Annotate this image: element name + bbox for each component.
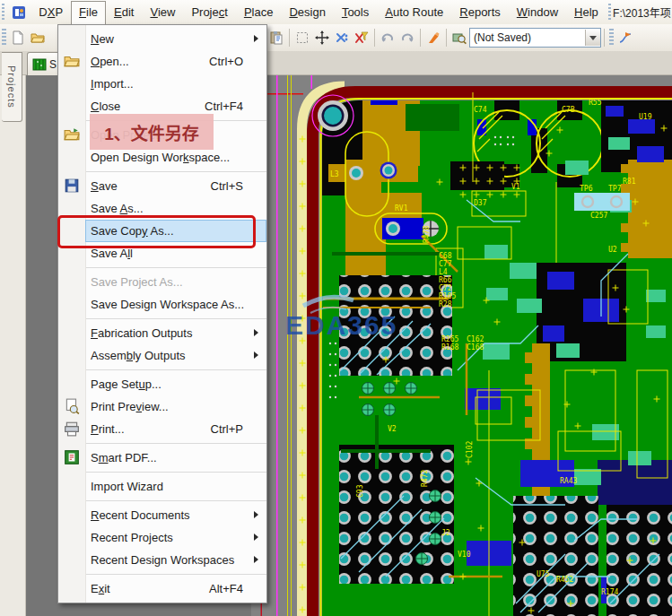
menu-item-assembly-outputs[interactable]: Assembly Outputs [58, 344, 266, 367]
dxp-logo-icon[interactable] [12, 5, 26, 20]
open-document-icon[interactable] [28, 28, 48, 48]
toolbar-grip[interactable] [609, 29, 614, 47]
component-pad [628, 451, 651, 465]
menubar-item-help[interactable]: Help [566, 2, 607, 22]
document-tab-label: S [49, 58, 57, 71]
color-brush-icon[interactable] [423, 28, 443, 48]
menu-item-save-design-workspace-as[interactable]: Save Design Workspace As... [58, 293, 266, 316]
component-pad [484, 245, 508, 259]
pcb-label: D37 [474, 199, 487, 207]
menu-item-recent-documents[interactable]: Recent Documents [58, 504, 266, 526]
keepout-line-yellow [287, 74, 288, 616]
chevron-down-icon [589, 36, 597, 40]
bottom-layer-pad [543, 325, 564, 342]
new-document-icon[interactable] [8, 28, 28, 48]
projects-panel-tab[interactable]: Projects [2, 52, 22, 122]
menu-item-open[interactable]: Open... Ctrl+O [58, 50, 266, 73]
pcb-label: C168 [467, 343, 484, 351]
toolbar-separator [604, 29, 605, 47]
pcb-label: C72 [439, 284, 452, 292]
pcb-label: C93 [356, 484, 364, 498]
submenu-arrow-icon [254, 511, 258, 518]
toolbar-separator [289, 29, 290, 47]
menu-item-import[interactable]: Import... [58, 73, 266, 95]
menu-item-print[interactable]: Print... Ctrl+P [58, 418, 266, 440]
select-area-icon[interactable] [292, 28, 312, 48]
menubar-item-edit[interactable]: Edit [106, 2, 142, 22]
pcb-label: C74 [474, 106, 487, 114]
wire-assistant-icon[interactable] [615, 28, 635, 48]
menu-separator [86, 472, 266, 473]
pcb-label: C7B [562, 106, 575, 114]
menu-separator [86, 443, 266, 444]
menu-item-import-wizard[interactable]: Import Wizard [58, 475, 266, 498]
pcb-label: R472 [421, 470, 429, 487]
menu-item-save-project-as[interactable]: Save Project As... [58, 271, 266, 293]
menubar-item-auto-route[interactable]: Auto Route [377, 2, 451, 22]
menu-item-exit[interactable]: Exit Alt+F4 [58, 577, 266, 600]
annotation-highlight-box [57, 215, 256, 248]
menubar-item-window[interactable]: Window [509, 2, 566, 22]
component-pad [486, 288, 508, 300]
component-pad [608, 137, 630, 150]
via-core [352, 169, 361, 178]
pin [525, 352, 532, 363]
menubar-item-place[interactable]: Place [236, 2, 282, 22]
menu-item-recent-design-workspaces[interactable]: Recent Design Workspaces [58, 549, 266, 571]
menubar-item-project[interactable]: Project [183, 2, 235, 22]
menu-item-smart-pdf[interactable]: Smart PDF... [58, 447, 266, 469]
pcb-label: TP6 [580, 185, 593, 193]
menu-separator [86, 500, 266, 501]
menubar-item-design[interactable]: Design [281, 2, 333, 22]
bottom-layer-pad [371, 100, 397, 105]
submenu-arrow-icon [254, 556, 258, 563]
folder-project-icon [64, 126, 80, 143]
menubar-item-dxp[interactable]: DXP [31, 2, 71, 22]
pin [621, 164, 628, 173]
pcb-label: C77 [439, 260, 452, 268]
menu-separator [86, 369, 266, 370]
pcb-label: C257 [590, 212, 607, 220]
pin [525, 374, 532, 385]
pcb-label: R452 [556, 576, 573, 584]
pcb-editor-canvas[interactable]: EDA365 C74 C7B R55 U19 L3 RV1 V1 D37 TP6… [251, 74, 672, 616]
menubar-item-reports[interactable]: Reports [451, 2, 509, 22]
menubar-item-tools[interactable]: Tools [334, 2, 377, 22]
paste-special-icon[interactable] [266, 28, 286, 48]
toolbar-grip[interactable] [2, 29, 6, 47]
via-core [385, 167, 393, 175]
menubar-grip[interactable] [608, 4, 611, 22]
bottom-layer-pad [547, 272, 574, 290]
move-selection-icon[interactable] [312, 28, 332, 48]
toolbar-grip[interactable] [2, 4, 4, 22]
menu-item-fabrication-outputs[interactable]: Fabrication Outputs [58, 322, 266, 344]
pcb-label: R105 [439, 292, 456, 300]
pcb-label: U75 [537, 570, 550, 578]
menu-item-print-preview[interactable]: Print Preview... [58, 395, 266, 418]
cross-probe-icon[interactable] [332, 28, 352, 48]
find-on-board-icon[interactable] [449, 28, 469, 48]
component-body [406, 104, 459, 131]
pin [525, 395, 532, 406]
variant-combo[interactable]: (Not Saved) [469, 28, 601, 48]
pcb-label: R265 [441, 335, 458, 343]
cross-select-filter-icon[interactable] [352, 28, 371, 48]
redo-icon[interactable] [397, 28, 417, 48]
menu-item-save[interactable]: Save Ctrl+S [58, 175, 266, 197]
component-pad [574, 469, 601, 485]
menubar-item-file[interactable]: File [71, 1, 106, 24]
menu-bar: DXP File Edit View Project Place Design … [0, 0, 672, 24]
menubar-item-view[interactable]: View [142, 2, 183, 22]
menu-item-recent-projects[interactable]: Recent Projects [58, 526, 266, 549]
menu-item-new[interactable]: New [58, 28, 266, 50]
pin [621, 243, 628, 252]
combo-dropdown-button[interactable] [585, 30, 600, 46]
menu-item-page-setup[interactable]: Page Setup... [58, 373, 266, 395]
pcb-label: C162 [467, 335, 484, 343]
pcb-label: R55 [589, 99, 602, 107]
pcb-label: RV1 [395, 204, 408, 213]
menu-separator [86, 574, 266, 575]
workspace-path: F:\2013年项目管理 [607, 4, 672, 22]
undo-icon[interactable] [378, 28, 397, 48]
pcb-label: R28 [439, 300, 452, 308]
